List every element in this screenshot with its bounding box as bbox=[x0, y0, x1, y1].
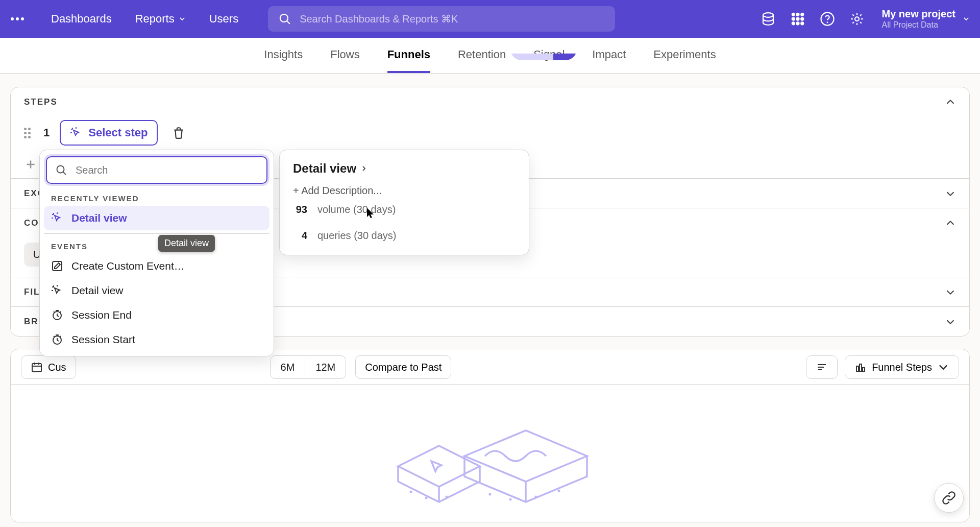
dd-create-custom-event[interactable]: Create Custom Event… bbox=[44, 254, 270, 278]
tab-impact[interactable]: Impact bbox=[592, 38, 626, 73]
chevron-down-icon[interactable] bbox=[945, 316, 956, 327]
svg-point-3 bbox=[792, 13, 794, 16]
chart-options-button[interactable] bbox=[806, 355, 838, 379]
nav-dashboards[interactable]: Dashboards bbox=[42, 7, 121, 31]
settings-gear-icon[interactable] bbox=[849, 11, 865, 27]
report-type-nav: Insights Flows Funnels Retention Signal … bbox=[0, 38, 980, 74]
nav-users[interactable]: Users bbox=[200, 7, 248, 31]
dd-item-label: Detail view bbox=[71, 212, 127, 224]
link-icon bbox=[942, 491, 956, 505]
dd-event-session-end[interactable]: Session End bbox=[44, 303, 270, 327]
queries-number: 4 bbox=[293, 230, 307, 242]
edit-square-icon bbox=[51, 260, 63, 272]
svg-point-6 bbox=[792, 18, 794, 20]
svg-point-9 bbox=[792, 22, 794, 25]
svg-point-34 bbox=[535, 496, 537, 498]
tab-flows[interactable]: Flows bbox=[330, 38, 359, 73]
chevron-up-icon[interactable] bbox=[945, 218, 956, 229]
clock-icon bbox=[51, 333, 63, 346]
clock-icon bbox=[51, 309, 63, 321]
range-12m[interactable]: 12M bbox=[305, 355, 346, 379]
cursor-click-icon bbox=[51, 284, 63, 297]
chevron-right-icon[interactable] bbox=[360, 165, 368, 172]
svg-point-7 bbox=[796, 18, 799, 20]
global-search[interactable] bbox=[268, 6, 615, 32]
breadcrumb-ellipsis-icon[interactable] bbox=[7, 17, 28, 20]
search-icon bbox=[55, 164, 67, 176]
dd-item-label: Detail view bbox=[71, 284, 124, 297]
svg-point-30 bbox=[425, 497, 428, 499]
svg-point-0 bbox=[280, 14, 288, 22]
top-icon-tray bbox=[761, 11, 865, 27]
lexicon-icon[interactable] bbox=[761, 11, 776, 27]
svg-rect-17 bbox=[53, 261, 62, 271]
dd-item-label: Create Custom Event… bbox=[71, 260, 185, 272]
copy-link-fab[interactable] bbox=[934, 483, 964, 513]
svg-rect-27 bbox=[860, 364, 862, 371]
dd-recent-detail-view[interactable]: Detail view bbox=[44, 206, 270, 230]
dd-heading-events: EVENTS bbox=[44, 237, 270, 254]
primary-nav: Dashboards Reports Users bbox=[42, 7, 248, 31]
add-description-button[interactable]: + Add Description... bbox=[293, 185, 516, 197]
dd-event-detail-view[interactable]: Detail view bbox=[44, 278, 270, 303]
step-number: 1 bbox=[43, 126, 50, 139]
svg-point-11 bbox=[801, 22, 803, 25]
cursor-click-icon bbox=[70, 127, 82, 139]
chart-type-button[interactable]: Funnel Steps bbox=[845, 355, 959, 379]
cursor-click-icon bbox=[51, 212, 63, 224]
detail-title: Detail view bbox=[293, 161, 356, 176]
nav-reports[interactable]: Reports bbox=[126, 7, 195, 31]
event-picker-dropdown: RECENTLY VIEWED Detail view EVENTS Creat… bbox=[39, 150, 274, 356]
tab-experiments[interactable]: Experiments bbox=[653, 38, 716, 73]
tab-insights[interactable]: Insights bbox=[264, 38, 303, 73]
nav-reports-label: Reports bbox=[135, 12, 175, 26]
svg-point-2 bbox=[763, 13, 773, 17]
select-step-button[interactable]: Select step bbox=[60, 120, 158, 146]
divider bbox=[44, 233, 270, 234]
range-6m[interactable]: 6M bbox=[270, 355, 306, 379]
project-selector[interactable]: My new project All Project Data bbox=[882, 8, 970, 30]
tab-retention[interactable]: Retention bbox=[458, 38, 506, 73]
step-row-1: 1 Select step RECENTLY VIEWED Detail vi bbox=[24, 120, 956, 146]
chevron-down-icon bbox=[179, 15, 186, 22]
chevron-down-icon bbox=[937, 361, 949, 373]
compare-to-past-button[interactable]: Compare to Past bbox=[355, 355, 451, 379]
top-nav: Dashboards Reports Users My new project … bbox=[0, 0, 980, 38]
event-search[interactable] bbox=[46, 156, 267, 184]
event-search-input[interactable] bbox=[75, 164, 258, 177]
chevron-down-icon[interactable] bbox=[945, 286, 956, 298]
project-name: My new project bbox=[882, 8, 955, 20]
dd-item-label: Session Start bbox=[71, 333, 135, 346]
chevron-down-icon[interactable] bbox=[945, 188, 956, 199]
dd-item-label: Session End bbox=[71, 309, 132, 321]
svg-point-35 bbox=[558, 490, 560, 492]
empty-state-illustration bbox=[378, 405, 602, 514]
svg-line-16 bbox=[63, 172, 66, 175]
svg-rect-28 bbox=[863, 368, 865, 371]
dd-event-session-start[interactable]: Session Start bbox=[44, 327, 270, 352]
svg-line-1 bbox=[287, 21, 289, 23]
dd-heading-recent: RECENTLY VIEWED bbox=[44, 189, 270, 206]
project-subtitle: All Project Data bbox=[882, 20, 955, 30]
date-range-button[interactable]: Cus bbox=[21, 355, 76, 379]
svg-point-8 bbox=[801, 18, 803, 20]
section-steps-title: STEPS bbox=[24, 97, 58, 107]
svg-point-10 bbox=[796, 22, 799, 25]
chart-type-label: Funnel Steps bbox=[872, 362, 932, 373]
drag-handle-icon[interactable] bbox=[24, 128, 33, 138]
help-icon[interactable] bbox=[820, 11, 835, 27]
global-search-input[interactable] bbox=[299, 13, 605, 26]
delete-step-icon[interactable] bbox=[172, 126, 185, 139]
queries-label: queries (30 days) bbox=[317, 230, 397, 242]
chevron-up-icon[interactable] bbox=[945, 97, 956, 108]
query-config-panel: STEPS 1 Select step bbox=[10, 87, 970, 337]
tab-funnels[interactable]: Funnels bbox=[387, 38, 430, 73]
dd-tooltip: Detail view bbox=[158, 235, 215, 252]
svg-point-29 bbox=[410, 491, 412, 493]
calendar-icon bbox=[31, 361, 43, 373]
volume-number: 93 bbox=[293, 204, 307, 215]
plus-icon bbox=[24, 158, 37, 171]
apps-grid-icon[interactable] bbox=[790, 11, 805, 27]
mouse-cursor-icon bbox=[366, 207, 375, 219]
svg-point-15 bbox=[57, 166, 64, 173]
